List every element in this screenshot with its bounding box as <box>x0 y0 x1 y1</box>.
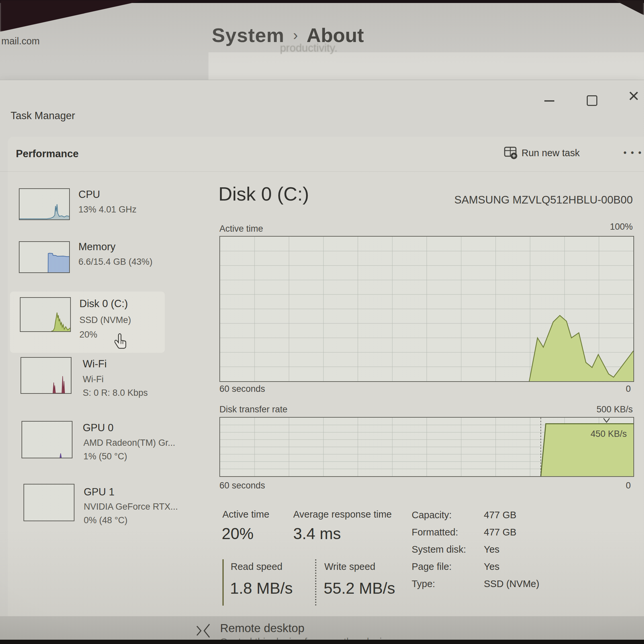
sidebar-item-stats: 0% (48 °C) <box>84 515 127 526</box>
partial-settings-text: productivity. <box>280 42 338 54</box>
disk-mini-chart <box>20 297 71 332</box>
chart1-xright: 0 <box>626 384 631 394</box>
response-time-stat-label: Average response time <box>293 509 392 520</box>
chart2-max-label: 500 KB/s <box>596 404 633 415</box>
cpu-mini-chart <box>19 188 70 220</box>
header-divider <box>0 171 644 172</box>
detail-value: Yes <box>484 561 499 572</box>
detail-value: 477 GB <box>484 527 516 538</box>
sidebar-item-network: Wi-Fi <box>83 374 104 385</box>
sidebar-item-wifi[interactable]: Wi-Fi Wi-Fi S: 0 R: 8.0 Kbps <box>10 354 165 403</box>
active-time-stat-value: 20% <box>222 525 253 543</box>
detail-value: SSD (NVMe) <box>484 578 539 589</box>
detail-label: Page file: <box>412 561 452 572</box>
disk-title: Disk 0 (C:) <box>218 183 309 205</box>
disk-transfer-rate-chart <box>219 417 634 477</box>
settings-content-band <box>208 52 644 80</box>
active-time-stat-label: Active time <box>222 509 269 520</box>
remote-desktop-icon <box>195 622 211 639</box>
read-speed-label: Read speed <box>231 561 282 572</box>
remote-desktop-title: Remote desktop <box>220 621 304 635</box>
mail-text: mail.com <box>1 36 40 47</box>
gpu0-mini-chart <box>22 421 72 458</box>
maximize-button[interactable] <box>587 95 597 106</box>
write-speed-label: Write speed <box>324 561 375 572</box>
active-time-chart <box>219 236 634 382</box>
sidebar-item-gpu0[interactable]: GPU 0 AMD Radeon(TM) Gr... 1% (50 °C) <box>10 417 165 465</box>
write-speed-value: 55.2 MB/s <box>324 579 395 597</box>
sidebar-item-title: GPU 1 <box>84 486 115 498</box>
more-options-button[interactable]: • • • <box>623 148 642 158</box>
sidebar-item-gpu1[interactable]: GPU 1 NVIDIA GeForce RTX... 0% (48 °C) <box>10 480 165 528</box>
close-button[interactable]: × <box>628 86 639 105</box>
sidebar-item-gpu-name: NVIDIA GeForce RTX... <box>84 502 178 512</box>
chart2-xleft: 60 seconds <box>219 481 265 491</box>
sidebar-item-stats: S: 0 R: 8.0 Kbps <box>83 388 148 398</box>
sidebar-item-cpu[interactable]: CPU 13% 4.01 GHz <box>10 184 165 224</box>
run-new-task-label: Run new task <box>522 148 580 159</box>
sidebar-item-stats: 6.6/15.4 GB (43%) <box>78 257 153 267</box>
breadcrumb-system: System <box>212 24 284 46</box>
detail-label: System disk: <box>412 544 466 555</box>
chart2-label: Disk transfer rate <box>219 404 288 415</box>
sidebar-item-title: Memory <box>78 241 115 253</box>
sidebar-item-disk0[interactable]: Disk 0 (C:) SSD (NVMe) 20% <box>10 292 165 353</box>
chevron-right-icon: › <box>293 27 298 43</box>
detail-label: Formatted: <box>412 527 458 538</box>
detail-label: Type: <box>412 578 435 589</box>
chart1-max-label: 100% <box>610 222 633 232</box>
gpu1-mini-chart <box>23 484 74 521</box>
transfer-rate-annotation: 450 KB/s <box>590 429 627 439</box>
run-new-task-button[interactable]: Run new task <box>504 145 603 162</box>
page-title: Performance <box>16 148 79 160</box>
detail-label: Capacity: <box>412 510 452 521</box>
chart1-label: Active time <box>219 224 263 234</box>
sidebar-item-title: GPU 0 <box>83 422 114 434</box>
photo-edge-bottom <box>0 640 644 644</box>
sidebar-item-type: SSD (NVMe) <box>79 315 131 325</box>
chart2-xright: 0 <box>626 481 631 491</box>
read-speed-legend-bar <box>222 559 224 606</box>
sidebar-item-title: Wi-Fi <box>83 358 107 370</box>
disk-model: SAMSUNG MZVLQ512HBLU-00B00 <box>454 194 633 206</box>
chart1-xleft: 60 seconds <box>219 384 265 394</box>
read-speed-value: 1.8 MB/s <box>230 579 293 597</box>
write-speed-legend-bar <box>315 559 316 606</box>
wifi-mini-chart <box>21 357 71 394</box>
minimize-button[interactable] <box>544 100 554 102</box>
sidebar-item-title: CPU <box>78 189 100 201</box>
memory-mini-chart <box>19 241 70 273</box>
sidebar-item-title: Disk 0 (C:) <box>79 298 128 310</box>
sidebar-item-gpu-name: AMD Radeon(TM) Gr... <box>83 438 175 448</box>
detail-value: 477 GB <box>484 510 516 521</box>
detail-value: Yes <box>484 544 499 555</box>
sidebar-item-stats: 1% (50 °C) <box>83 451 127 462</box>
run-new-task-icon <box>504 146 518 160</box>
window-title: Task Manager <box>11 110 75 122</box>
hand-cursor-icon <box>115 333 129 351</box>
response-time-stat-value: 3.4 ms <box>293 525 341 543</box>
sidebar-item-memory[interactable]: Memory 6.6/15.4 GB (43%) <box>10 237 165 277</box>
sidebar-item-stats: 13% 4.01 GHz <box>78 205 137 215</box>
sidebar-item-percent: 20% <box>79 330 97 340</box>
